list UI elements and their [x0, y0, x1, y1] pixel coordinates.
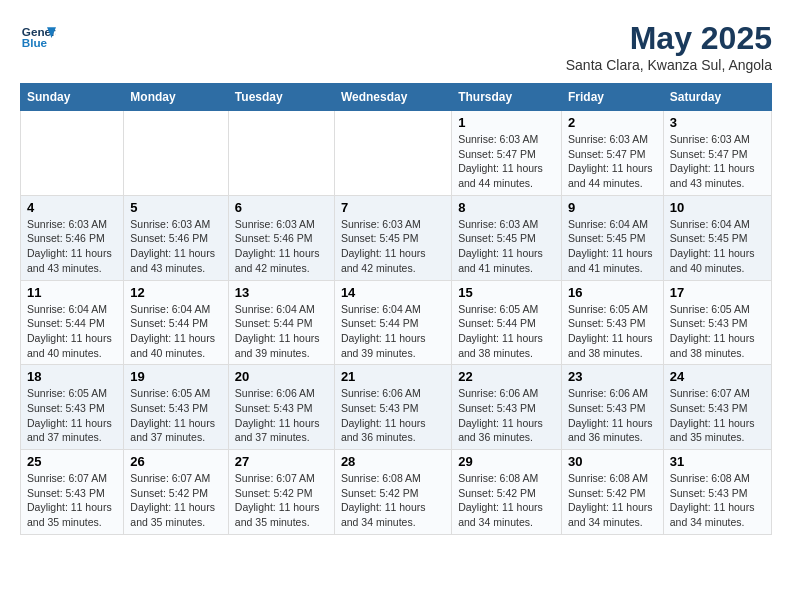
- calendar-cell: 13Sunrise: 6:04 AMSunset: 5:44 PMDayligh…: [228, 280, 334, 365]
- day-info: Sunrise: 6:07 AMSunset: 5:43 PMDaylight:…: [670, 386, 765, 445]
- day-info: Sunrise: 6:04 AMSunset: 5:44 PMDaylight:…: [341, 302, 445, 361]
- day-number: 21: [341, 369, 445, 384]
- day-number: 16: [568, 285, 657, 300]
- day-info: Sunrise: 6:07 AMSunset: 5:43 PMDaylight:…: [27, 471, 117, 530]
- day-info: Sunrise: 6:05 AMSunset: 5:44 PMDaylight:…: [458, 302, 555, 361]
- day-info: Sunrise: 6:03 AMSunset: 5:45 PMDaylight:…: [341, 217, 445, 276]
- day-info: Sunrise: 6:06 AMSunset: 5:43 PMDaylight:…: [235, 386, 328, 445]
- day-number: 12: [130, 285, 222, 300]
- day-info: Sunrise: 6:06 AMSunset: 5:43 PMDaylight:…: [458, 386, 555, 445]
- day-info: Sunrise: 6:03 AMSunset: 5:45 PMDaylight:…: [458, 217, 555, 276]
- calendar-cell: 22Sunrise: 6:06 AMSunset: 5:43 PMDayligh…: [452, 365, 562, 450]
- calendar-cell: 30Sunrise: 6:08 AMSunset: 5:42 PMDayligh…: [561, 450, 663, 535]
- day-info: Sunrise: 6:08 AMSunset: 5:43 PMDaylight:…: [670, 471, 765, 530]
- calendar-cell: 12Sunrise: 6:04 AMSunset: 5:44 PMDayligh…: [124, 280, 229, 365]
- day-info: Sunrise: 6:05 AMSunset: 5:43 PMDaylight:…: [130, 386, 222, 445]
- header-monday: Monday: [124, 84, 229, 111]
- calendar-cell: 27Sunrise: 6:07 AMSunset: 5:42 PMDayligh…: [228, 450, 334, 535]
- header-wednesday: Wednesday: [334, 84, 451, 111]
- header-thursday: Thursday: [452, 84, 562, 111]
- day-number: 27: [235, 454, 328, 469]
- day-number: 9: [568, 200, 657, 215]
- day-info: Sunrise: 6:03 AMSunset: 5:47 PMDaylight:…: [568, 132, 657, 191]
- day-info: Sunrise: 6:05 AMSunset: 5:43 PMDaylight:…: [670, 302, 765, 361]
- calendar-cell: 5Sunrise: 6:03 AMSunset: 5:46 PMDaylight…: [124, 195, 229, 280]
- calendar-cell: 4Sunrise: 6:03 AMSunset: 5:46 PMDaylight…: [21, 195, 124, 280]
- day-info: Sunrise: 6:03 AMSunset: 5:46 PMDaylight:…: [235, 217, 328, 276]
- logo: General Blue: [20, 20, 56, 56]
- day-number: 1: [458, 115, 555, 130]
- day-info: Sunrise: 6:03 AMSunset: 5:47 PMDaylight:…: [458, 132, 555, 191]
- day-info: Sunrise: 6:08 AMSunset: 5:42 PMDaylight:…: [568, 471, 657, 530]
- calendar-table: SundayMondayTuesdayWednesdayThursdayFrid…: [20, 83, 772, 535]
- day-number: 4: [27, 200, 117, 215]
- calendar-cell: 25Sunrise: 6:07 AMSunset: 5:43 PMDayligh…: [21, 450, 124, 535]
- calendar-cell: [124, 111, 229, 196]
- calendar-cell: 17Sunrise: 6:05 AMSunset: 5:43 PMDayligh…: [663, 280, 771, 365]
- day-number: 11: [27, 285, 117, 300]
- calendar-cell: 3Sunrise: 6:03 AMSunset: 5:47 PMDaylight…: [663, 111, 771, 196]
- page-title: May 2025: [566, 20, 772, 57]
- title-area: May 2025 Santa Clara, Kwanza Sul, Angola: [566, 20, 772, 73]
- day-info: Sunrise: 6:08 AMSunset: 5:42 PMDaylight:…: [341, 471, 445, 530]
- day-number: 20: [235, 369, 328, 384]
- day-info: Sunrise: 6:04 AMSunset: 5:44 PMDaylight:…: [27, 302, 117, 361]
- header: General Blue May 2025 Santa Clara, Kwanz…: [20, 20, 772, 73]
- day-number: 25: [27, 454, 117, 469]
- calendar-cell: 21Sunrise: 6:06 AMSunset: 5:43 PMDayligh…: [334, 365, 451, 450]
- calendar-cell: 26Sunrise: 6:07 AMSunset: 5:42 PMDayligh…: [124, 450, 229, 535]
- day-number: 29: [458, 454, 555, 469]
- day-number: 24: [670, 369, 765, 384]
- day-number: 19: [130, 369, 222, 384]
- calendar-cell: 9Sunrise: 6:04 AMSunset: 5:45 PMDaylight…: [561, 195, 663, 280]
- calendar-week-row: 18Sunrise: 6:05 AMSunset: 5:43 PMDayligh…: [21, 365, 772, 450]
- day-info: Sunrise: 6:06 AMSunset: 5:43 PMDaylight:…: [341, 386, 445, 445]
- day-info: Sunrise: 6:07 AMSunset: 5:42 PMDaylight:…: [235, 471, 328, 530]
- calendar-cell: 29Sunrise: 6:08 AMSunset: 5:42 PMDayligh…: [452, 450, 562, 535]
- calendar-cell: 1Sunrise: 6:03 AMSunset: 5:47 PMDaylight…: [452, 111, 562, 196]
- day-info: Sunrise: 6:03 AMSunset: 5:46 PMDaylight:…: [27, 217, 117, 276]
- day-number: 22: [458, 369, 555, 384]
- day-number: 8: [458, 200, 555, 215]
- calendar-week-row: 25Sunrise: 6:07 AMSunset: 5:43 PMDayligh…: [21, 450, 772, 535]
- calendar-cell: 7Sunrise: 6:03 AMSunset: 5:45 PMDaylight…: [334, 195, 451, 280]
- calendar-cell: 24Sunrise: 6:07 AMSunset: 5:43 PMDayligh…: [663, 365, 771, 450]
- calendar-cell: 18Sunrise: 6:05 AMSunset: 5:43 PMDayligh…: [21, 365, 124, 450]
- calendar-cell: 28Sunrise: 6:08 AMSunset: 5:42 PMDayligh…: [334, 450, 451, 535]
- day-number: 15: [458, 285, 555, 300]
- day-number: 18: [27, 369, 117, 384]
- day-number: 26: [130, 454, 222, 469]
- day-number: 5: [130, 200, 222, 215]
- calendar-cell: 10Sunrise: 6:04 AMSunset: 5:45 PMDayligh…: [663, 195, 771, 280]
- day-number: 6: [235, 200, 328, 215]
- calendar-cell: 11Sunrise: 6:04 AMSunset: 5:44 PMDayligh…: [21, 280, 124, 365]
- calendar-cell: 8Sunrise: 6:03 AMSunset: 5:45 PMDaylight…: [452, 195, 562, 280]
- header-friday: Friday: [561, 84, 663, 111]
- day-number: 28: [341, 454, 445, 469]
- day-number: 30: [568, 454, 657, 469]
- calendar-week-row: 1Sunrise: 6:03 AMSunset: 5:47 PMDaylight…: [21, 111, 772, 196]
- page-subtitle: Santa Clara, Kwanza Sul, Angola: [566, 57, 772, 73]
- day-info: Sunrise: 6:04 AMSunset: 5:44 PMDaylight:…: [235, 302, 328, 361]
- day-number: 2: [568, 115, 657, 130]
- calendar-cell: 15Sunrise: 6:05 AMSunset: 5:44 PMDayligh…: [452, 280, 562, 365]
- header-tuesday: Tuesday: [228, 84, 334, 111]
- calendar-cell: [228, 111, 334, 196]
- day-number: 10: [670, 200, 765, 215]
- calendar-header-row: SundayMondayTuesdayWednesdayThursdayFrid…: [21, 84, 772, 111]
- day-number: 7: [341, 200, 445, 215]
- day-info: Sunrise: 6:03 AMSunset: 5:47 PMDaylight:…: [670, 132, 765, 191]
- calendar-cell: 20Sunrise: 6:06 AMSunset: 5:43 PMDayligh…: [228, 365, 334, 450]
- day-number: 3: [670, 115, 765, 130]
- day-number: 23: [568, 369, 657, 384]
- day-info: Sunrise: 6:05 AMSunset: 5:43 PMDaylight:…: [27, 386, 117, 445]
- day-info: Sunrise: 6:04 AMSunset: 5:45 PMDaylight:…: [568, 217, 657, 276]
- calendar-cell: 23Sunrise: 6:06 AMSunset: 5:43 PMDayligh…: [561, 365, 663, 450]
- day-info: Sunrise: 6:08 AMSunset: 5:42 PMDaylight:…: [458, 471, 555, 530]
- day-info: Sunrise: 6:04 AMSunset: 5:45 PMDaylight:…: [670, 217, 765, 276]
- day-info: Sunrise: 6:06 AMSunset: 5:43 PMDaylight:…: [568, 386, 657, 445]
- calendar-cell: [21, 111, 124, 196]
- calendar-week-row: 11Sunrise: 6:04 AMSunset: 5:44 PMDayligh…: [21, 280, 772, 365]
- day-number: 13: [235, 285, 328, 300]
- day-info: Sunrise: 6:04 AMSunset: 5:44 PMDaylight:…: [130, 302, 222, 361]
